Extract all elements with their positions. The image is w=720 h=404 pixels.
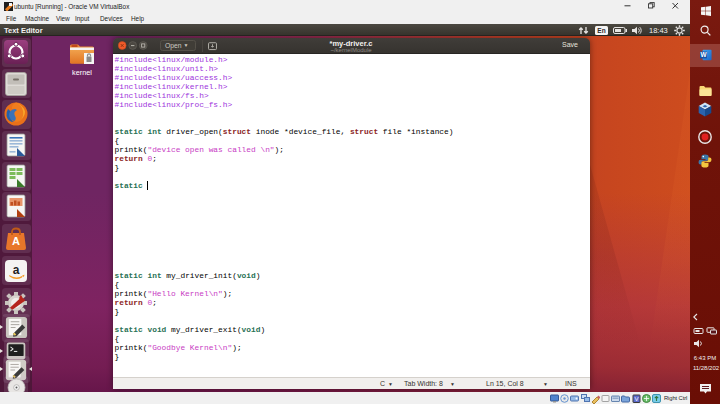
- svg-text:W: W: [700, 51, 707, 58]
- svg-text:V: V: [634, 396, 638, 402]
- svg-text:a: a: [13, 262, 20, 276]
- svg-text:A: A: [12, 235, 20, 247]
